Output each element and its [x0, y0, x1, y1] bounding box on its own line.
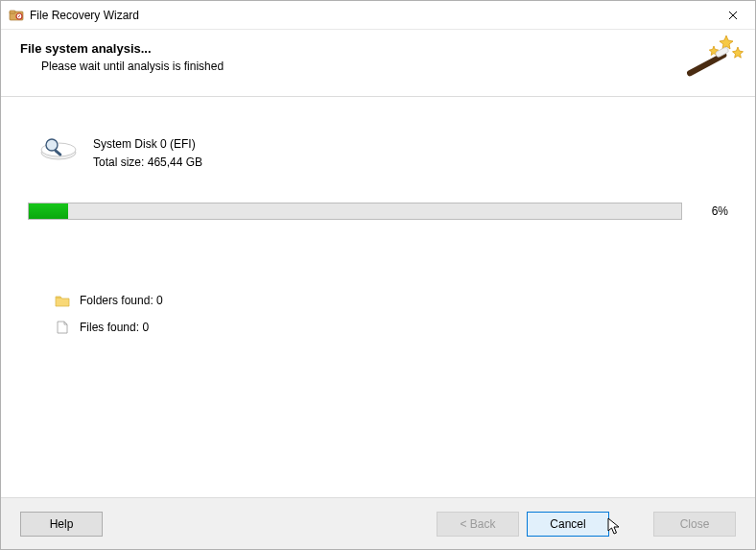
disk-block: System Disk 0 (EFI) Total size: 465,44 G… [39, 135, 202, 172]
back-button: < Back [437, 512, 519, 537]
files-found-count: 0 [142, 321, 149, 334]
file-icon [55, 321, 70, 334]
disk-size: Total size: 465,44 GB [93, 154, 202, 172]
disk-text: System Disk 0 (EFI) Total size: 465,44 G… [93, 135, 202, 172]
wizard-wand-icon [680, 32, 745, 89]
titlebar: File Recovery Wizard [1, 1, 755, 30]
folder-icon [55, 294, 70, 307]
progress-row: 6% [28, 203, 728, 220]
disk-size-label: Total size: [93, 155, 144, 169]
progress-percent: 6% [696, 204, 728, 218]
window-title: File Recovery Wizard [30, 9, 711, 22]
content-area: System Disk 0 (EFI) Total size: 465,44 G… [1, 97, 755, 497]
app-icon [9, 8, 24, 23]
disk-size-value: 465,44 GB [148, 155, 202, 169]
help-button[interactable]: Help [20, 512, 103, 537]
page-title: File system analysis... [20, 41, 755, 56]
close-button[interactable] [711, 1, 755, 30]
disk-name: System Disk 0 (EFI) [93, 135, 202, 154]
header-banner: File system analysis... Please wait unti… [1, 30, 755, 97]
progress-bar-fill [29, 203, 68, 219]
disk-search-icon [39, 135, 78, 164]
folders-found-row: Folders found: 0 [55, 294, 163, 307]
files-found-row: Files found: 0 [55, 321, 163, 334]
page-subtitle: Please wait until analysis is finished [41, 60, 755, 73]
nav-button-group: < Back Cancel [437, 512, 609, 537]
svg-rect-1 [10, 11, 15, 13]
footer: Help < Back Cancel Close [1, 497, 755, 549]
folders-found-count: 0 [156, 294, 163, 307]
close-wizard-button: Close [653, 512, 736, 537]
window: File Recovery Wizard File system analysi… [0, 0, 756, 550]
files-found-label: Files found: 0 [80, 321, 149, 334]
cancel-button[interactable]: Cancel [527, 512, 609, 537]
svg-point-7 [46, 139, 58, 151]
folders-found-label: Folders found: 0 [80, 294, 163, 307]
found-block: Folders found: 0 Files found: 0 [55, 294, 163, 334]
progress-bar [28, 203, 682, 220]
